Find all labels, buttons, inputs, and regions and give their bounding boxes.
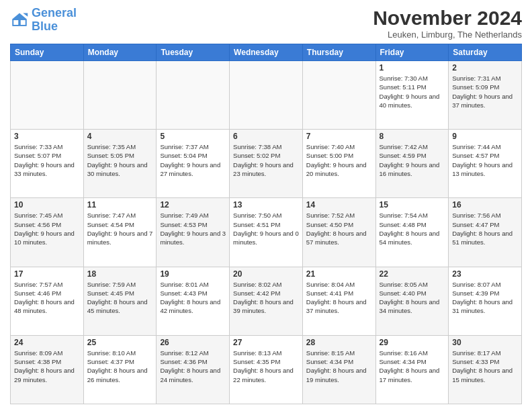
calendar-week-row: 17Sunrise: 7:57 AMSunset: 4:46 PMDayligh… xyxy=(11,267,522,335)
day-info: Sunrise: 7:47 AMSunset: 4:54 PMDaylight:… xyxy=(87,211,153,246)
weekday-header: Tuesday xyxy=(157,44,230,61)
calendar-cell xyxy=(302,61,375,130)
day-info: Sunrise: 7:50 AMSunset: 4:51 PMDaylight:… xyxy=(233,211,299,246)
calendar-cell: 1Sunrise: 7:30 AMSunset: 5:11 PMDaylight… xyxy=(375,61,449,130)
calendar-cell: 11Sunrise: 7:47 AMSunset: 4:54 PMDayligh… xyxy=(83,198,157,267)
page: General Blue November 2024 Leuken, Limbu… xyxy=(0,0,532,411)
day-number: 21 xyxy=(306,269,372,279)
day-number: 2 xyxy=(452,63,518,73)
day-info: Sunrise: 7:54 AMSunset: 4:48 PMDaylight:… xyxy=(380,211,445,246)
day-info: Sunrise: 8:09 AMSunset: 4:38 PMDaylight:… xyxy=(14,349,80,384)
calendar-cell xyxy=(83,61,157,130)
calendar-cell: 22Sunrise: 8:05 AMSunset: 4:40 PMDayligh… xyxy=(375,267,449,335)
day-info: Sunrise: 7:31 AMSunset: 5:09 PMDaylight:… xyxy=(452,74,518,109)
title-area: November 2024 Leuken, Limburg, The Nethe… xyxy=(373,7,522,40)
calendar-cell xyxy=(157,61,230,130)
day-info: Sunrise: 8:12 AMSunset: 4:36 PMDaylight:… xyxy=(160,349,226,384)
day-info: Sunrise: 8:01 AMSunset: 4:43 PMDaylight:… xyxy=(160,280,226,316)
day-info: Sunrise: 8:10 AMSunset: 4:37 PMDaylight:… xyxy=(87,349,153,384)
calendar-cell: 26Sunrise: 8:12 AMSunset: 4:36 PMDayligh… xyxy=(157,335,230,404)
day-number: 16 xyxy=(452,200,518,210)
day-info: Sunrise: 8:16 AMSunset: 4:34 PMDaylight:… xyxy=(380,349,445,384)
logo: General Blue xyxy=(10,7,77,34)
day-info: Sunrise: 7:38 AMSunset: 5:02 PMDaylight:… xyxy=(233,142,299,178)
calendar-cell: 16Sunrise: 7:56 AMSunset: 4:47 PMDayligh… xyxy=(449,198,522,267)
day-number: 17 xyxy=(14,269,80,279)
day-number: 23 xyxy=(452,269,518,279)
calendar-cell: 25Sunrise: 8:10 AMSunset: 4:37 PMDayligh… xyxy=(83,335,157,404)
calendar-cell: 4Sunrise: 7:35 AMSunset: 5:05 PMDaylight… xyxy=(83,130,157,198)
day-number: 8 xyxy=(380,132,445,141)
header: General Blue November 2024 Leuken, Limbu… xyxy=(10,7,522,40)
day-number: 11 xyxy=(87,200,153,210)
calendar-cell: 15Sunrise: 7:54 AMSunset: 4:48 PMDayligh… xyxy=(375,198,449,267)
calendar-week-row: 10Sunrise: 7:45 AMSunset: 4:56 PMDayligh… xyxy=(11,198,522,267)
calendar-cell: 6Sunrise: 7:38 AMSunset: 5:02 PMDaylight… xyxy=(230,130,303,198)
day-number: 22 xyxy=(380,269,445,279)
calendar-cell: 23Sunrise: 8:07 AMSunset: 4:39 PMDayligh… xyxy=(449,267,522,335)
day-number: 5 xyxy=(160,132,226,141)
logo-general: General xyxy=(32,6,77,19)
calendar-cell: 29Sunrise: 8:16 AMSunset: 4:34 PMDayligh… xyxy=(375,335,449,404)
calendar-header-row: SundayMondayTuesdayWednesdayThursdayFrid… xyxy=(11,44,522,61)
calendar-cell: 2Sunrise: 7:31 AMSunset: 5:09 PMDaylight… xyxy=(449,61,522,130)
day-number: 19 xyxy=(160,269,226,279)
weekday-header: Friday xyxy=(375,44,449,61)
logo-text: General Blue xyxy=(32,7,77,34)
calendar-cell xyxy=(11,61,84,130)
weekday-header: Saturday xyxy=(449,44,522,61)
calendar-cell: 19Sunrise: 8:01 AMSunset: 4:43 PMDayligh… xyxy=(157,267,230,335)
calendar-cell: 12Sunrise: 7:49 AMSunset: 4:53 PMDayligh… xyxy=(157,198,230,267)
day-number: 20 xyxy=(233,269,299,279)
day-number: 15 xyxy=(380,200,445,210)
calendar-week-row: 3Sunrise: 7:33 AMSunset: 5:07 PMDaylight… xyxy=(11,130,522,198)
day-number: 13 xyxy=(233,200,299,210)
month-title: November 2024 xyxy=(373,7,522,30)
day-number: 24 xyxy=(14,338,80,347)
weekday-header: Thursday xyxy=(302,44,375,61)
day-info: Sunrise: 7:37 AMSunset: 5:04 PMDaylight:… xyxy=(160,142,226,178)
day-number: 14 xyxy=(306,200,372,210)
calendar-cell: 30Sunrise: 8:17 AMSunset: 4:33 PMDayligh… xyxy=(449,335,522,404)
day-info: Sunrise: 7:42 AMSunset: 4:59 PMDaylight:… xyxy=(380,142,445,178)
day-info: Sunrise: 8:04 AMSunset: 4:41 PMDaylight:… xyxy=(306,280,372,316)
day-info: Sunrise: 7:57 AMSunset: 4:46 PMDaylight:… xyxy=(14,280,80,316)
day-info: Sunrise: 7:52 AMSunset: 4:50 PMDaylight:… xyxy=(306,211,372,246)
day-number: 18 xyxy=(87,269,153,279)
day-info: Sunrise: 7:49 AMSunset: 4:53 PMDaylight:… xyxy=(160,211,226,246)
day-number: 29 xyxy=(380,338,445,347)
day-number: 12 xyxy=(160,200,226,210)
day-number: 27 xyxy=(233,338,299,347)
day-number: 30 xyxy=(452,338,518,347)
calendar-cell: 14Sunrise: 7:52 AMSunset: 4:50 PMDayligh… xyxy=(302,198,375,267)
day-info: Sunrise: 7:44 AMSunset: 4:57 PMDaylight:… xyxy=(452,142,518,178)
day-number: 9 xyxy=(452,132,518,141)
day-info: Sunrise: 8:15 AMSunset: 4:34 PMDaylight:… xyxy=(306,349,372,384)
calendar-cell: 17Sunrise: 7:57 AMSunset: 4:46 PMDayligh… xyxy=(11,267,84,335)
day-info: Sunrise: 7:35 AMSunset: 5:05 PMDaylight:… xyxy=(87,142,153,178)
calendar-cell: 27Sunrise: 8:13 AMSunset: 4:35 PMDayligh… xyxy=(230,335,303,404)
day-info: Sunrise: 8:02 AMSunset: 4:42 PMDaylight:… xyxy=(233,280,299,316)
weekday-header: Wednesday xyxy=(230,44,303,61)
day-info: Sunrise: 8:13 AMSunset: 4:35 PMDaylight:… xyxy=(233,349,299,384)
svg-rect-4 xyxy=(13,20,18,25)
day-number: 1 xyxy=(380,63,445,73)
calendar-cell: 24Sunrise: 8:09 AMSunset: 4:38 PMDayligh… xyxy=(11,335,84,404)
calendar-cell xyxy=(230,61,303,130)
day-number: 3 xyxy=(14,132,80,141)
day-number: 4 xyxy=(87,132,153,141)
calendar-cell: 3Sunrise: 7:33 AMSunset: 5:07 PMDaylight… xyxy=(11,130,84,198)
day-number: 28 xyxy=(306,338,372,347)
calendar-cell: 7Sunrise: 7:40 AMSunset: 5:00 PMDaylight… xyxy=(302,130,375,198)
calendar-cell: 5Sunrise: 7:37 AMSunset: 5:04 PMDaylight… xyxy=(157,130,230,198)
logo-blue: Blue xyxy=(32,20,77,34)
calendar-week-row: 1Sunrise: 7:30 AMSunset: 5:11 PMDaylight… xyxy=(11,61,522,130)
svg-rect-5 xyxy=(21,20,26,25)
calendar-cell: 21Sunrise: 8:04 AMSunset: 4:41 PMDayligh… xyxy=(302,267,375,335)
calendar-cell: 18Sunrise: 7:59 AMSunset: 4:45 PMDayligh… xyxy=(83,267,157,335)
day-number: 25 xyxy=(87,338,153,347)
calendar-week-row: 24Sunrise: 8:09 AMSunset: 4:38 PMDayligh… xyxy=(11,335,522,404)
day-number: 26 xyxy=(160,338,226,347)
day-number: 6 xyxy=(233,132,299,141)
day-info: Sunrise: 8:05 AMSunset: 4:40 PMDaylight:… xyxy=(380,280,445,316)
